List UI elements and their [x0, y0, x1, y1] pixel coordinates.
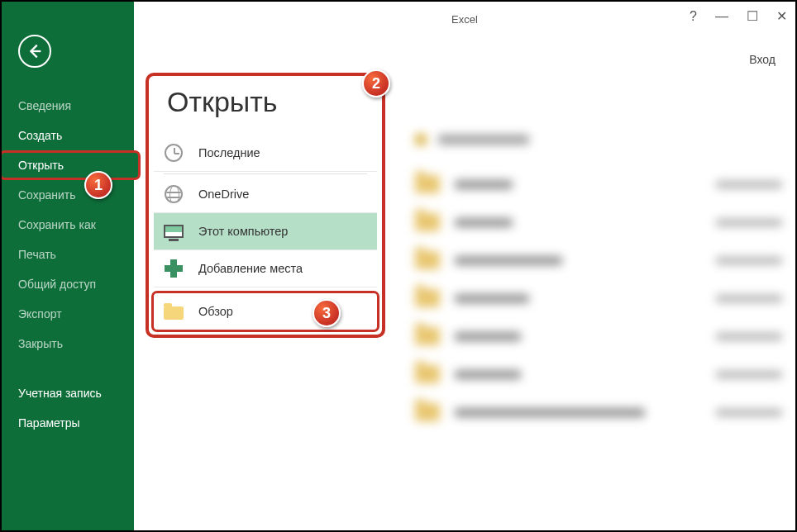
globe-icon [164, 184, 184, 204]
location-onedrive[interactable]: OneDrive [154, 176, 377, 213]
backstage-sidebar: Сведения Создать Открыть Сохранить Сохра… [2, 2, 134, 530]
nav-account[interactable]: Учетная запись [2, 378, 134, 408]
nav-options[interactable]: Параметры [2, 408, 134, 438]
help-button[interactable]: ? [690, 9, 697, 24]
maximize-button[interactable]: ☐ [747, 8, 758, 24]
arrow-left-icon [26, 42, 44, 60]
location-browse[interactable]: Обзор [151, 291, 379, 332]
nav-info[interactable]: Сведения [2, 91, 134, 121]
location-label: Этот компьютер [198, 225, 288, 238]
annotation-badge-1: 1 [84, 171, 112, 199]
nav-close[interactable]: Закрыть [2, 329, 134, 359]
location-label: Обзор [198, 305, 233, 318]
title-bar: Excel ? — ☐ ✕ [134, 2, 795, 36]
location-this-pc[interactable]: Этот компьютер [154, 213, 377, 250]
divider [164, 173, 367, 174]
window-controls: ? — ☐ ✕ [690, 8, 787, 24]
nav-export[interactable]: Экспорт [2, 299, 134, 329]
sign-in-link[interactable]: Вход [749, 53, 776, 66]
location-label: OneDrive [198, 188, 249, 201]
location-add-place[interactable]: Добавление места [154, 250, 377, 287]
nav-share[interactable]: Общий доступ [2, 269, 134, 299]
location-recent[interactable]: Последние [154, 135, 377, 172]
nav-print[interactable]: Печать [2, 240, 134, 269]
nav-list: Сведения Создать Открыть Сохранить Сохра… [2, 91, 134, 438]
location-label: Добавление места [198, 262, 303, 275]
nav-save-as[interactable]: Сохранить как [2, 210, 134, 240]
back-button[interactable] [18, 35, 51, 68]
nav-save[interactable]: Сохранить [2, 180, 134, 210]
app-window: Сведения Создать Открыть Сохранить Сохра… [0, 0, 797, 532]
nav-open[interactable]: Открыть [0, 150, 141, 180]
open-panel: Открыть Последние OneDrive Этот компьюте… [146, 73, 385, 338]
location-label: Последние [198, 146, 260, 159]
folder-open-icon [164, 302, 184, 321]
clock-icon [164, 143, 184, 163]
close-button[interactable]: ✕ [776, 8, 787, 24]
plus-icon [164, 259, 184, 278]
annotation-badge-2: 2 [362, 69, 390, 97]
nav-new[interactable]: Создать [2, 121, 134, 150]
content-area: Excel ? — ☐ ✕ Вход Открыть Последние One… [134, 2, 795, 530]
open-heading: Открыть [167, 86, 377, 118]
annotation-badge-3: 3 [313, 299, 341, 327]
computer-icon [164, 221, 184, 241]
minimize-button[interactable]: — [715, 9, 728, 24]
file-list-blurred [415, 126, 782, 517]
